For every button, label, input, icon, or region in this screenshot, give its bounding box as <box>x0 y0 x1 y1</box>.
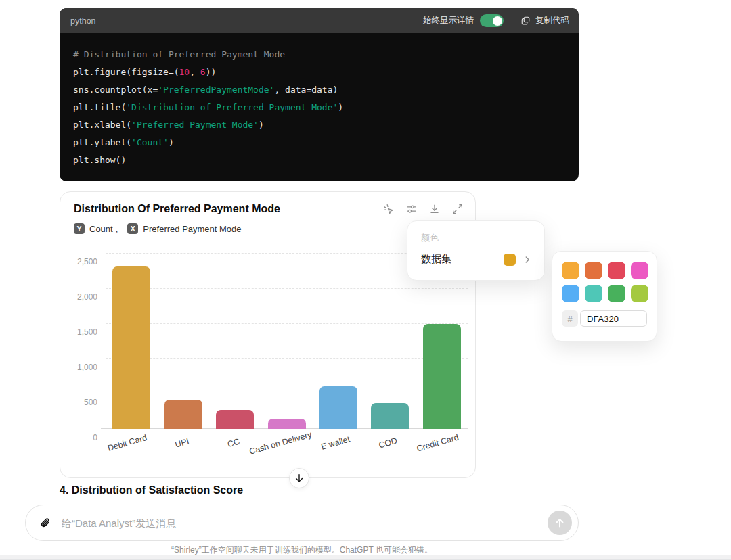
color-palette-popup: # <box>552 251 657 342</box>
color-swatch-48b15c[interactable] <box>608 285 625 302</box>
code-block-header: python 始终显示详情 复制代码 <box>60 8 579 33</box>
y-axis-label: Count <box>89 224 113 234</box>
bar-cod[interactable] <box>371 403 409 429</box>
x-tick-label: Debit Card <box>107 433 148 453</box>
code-block-card: python 始终显示详情 复制代码 # Dist <box>60 8 579 181</box>
gridline <box>106 358 468 359</box>
dataset-color-row[interactable]: 数据集 <box>421 253 532 266</box>
hash-symbol: # <box>562 310 578 327</box>
x-tick-label: Credit Card <box>416 432 460 453</box>
toggle-knob <box>493 16 502 26</box>
x-axis-badge: X <box>127 223 138 234</box>
code-line: plt.title('Distribution of Preferred Pay… <box>73 99 565 116</box>
legend-separator: , <box>116 224 118 234</box>
code-line: sns.countplot(x='PreferredPaymentMode', … <box>73 81 565 99</box>
color-settings-popup: 颜色 数据集 <box>407 220 545 281</box>
code-line: plt.xlabel('Preferred Payment Mode') <box>73 116 565 134</box>
y-tick-label: 1,000 <box>77 363 97 372</box>
dataset-label: 数据集 <box>421 253 504 266</box>
code-content: # Distribution of Preferred Payment Mode… <box>60 33 579 181</box>
x-tick-label: UPI <box>174 436 190 449</box>
x-axis-label: Preferred Payment Mode <box>143 224 241 234</box>
hex-color-input[interactable] <box>580 310 647 327</box>
x-tick-label: E wallet <box>320 434 351 452</box>
color-swatch-e2475a[interactable] <box>608 262 625 279</box>
x-tick-label: COD <box>378 436 399 450</box>
copy-code-label: 复制代码 <box>535 15 569 26</box>
message-composer <box>25 505 579 541</box>
message-input[interactable] <box>62 517 548 529</box>
header-divider <box>512 16 512 26</box>
arrow-up-icon <box>554 517 566 529</box>
expand-chart-icon[interactable] <box>449 200 466 217</box>
copy-icon <box>520 16 531 26</box>
color-popup-header: 颜色 <box>421 232 532 244</box>
y-tick-label: 500 <box>84 398 97 407</box>
next-section-heading: 4. Distribution of Satisfaction Score <box>60 484 243 496</box>
copy-code-button[interactable]: 复制代码 <box>520 15 569 26</box>
color-swatch-a4c93f[interactable] <box>631 285 648 302</box>
y-axis-ticks: 05001,0001,5002,0002,500 <box>60 253 97 429</box>
bar-cash-on-delivery[interactable] <box>268 419 306 429</box>
chart-title: Distribution Of Preferred Payment Mode <box>74 203 280 215</box>
bar-e-wallet[interactable] <box>319 386 357 429</box>
bar-upi[interactable] <box>164 400 202 429</box>
chart-settings-icon[interactable] <box>403 200 420 217</box>
x-tick-label: CC <box>227 437 241 449</box>
code-line: plt.ylabel('Count') <box>73 134 565 151</box>
chart-legend: Y Count , X Preferred Payment Mode <box>74 223 242 234</box>
dataset-color-swatch <box>504 254 516 266</box>
always-show-details-toggle[interactable] <box>480 14 504 27</box>
paperclip-icon <box>39 516 53 530</box>
x-tick-label: Cash on Delivery <box>248 429 312 457</box>
attach-file-button[interactable] <box>39 516 53 530</box>
bar-debit-card[interactable] <box>112 266 150 429</box>
code-line: # Distribution of Preferred Payment Mode <box>73 46 565 64</box>
bar-cc[interactable] <box>216 410 254 429</box>
y-tick-label: 2,500 <box>77 257 97 266</box>
y-tick-label: 2,000 <box>77 292 97 302</box>
code-language-label: python <box>70 16 96 26</box>
x-axis-labels: Debit CardUPICCCash on DeliveryE walletC… <box>106 433 468 471</box>
chart-toolbar <box>380 200 466 217</box>
color-swatch-55aef5[interactable] <box>562 285 579 302</box>
y-tick-label: 1,500 <box>77 327 97 337</box>
gridline <box>106 394 468 394</box>
color-swatch-4fc7b7[interactable] <box>585 285 602 302</box>
y-tick-label: 0 <box>93 433 97 442</box>
chevron-right-icon <box>523 255 532 264</box>
color-swatch-e2703c[interactable] <box>585 262 602 279</box>
hex-input-row: # <box>562 310 647 327</box>
disclaimer-text: “Shirley”工作空间聊天未用于训练我们的模型。ChatGPT 也可能会犯错… <box>25 544 579 556</box>
chat-page: python 始终显示详情 复制代码 # Dist <box>0 0 731 560</box>
arrow-down-icon <box>294 473 305 484</box>
scroll-down-button[interactable] <box>289 468 309 488</box>
code-line: plt.figure(figsize=(10, 6)) <box>73 64 565 81</box>
color-swatch-ec59c2[interactable] <box>631 262 648 279</box>
always-show-details-label: 始终显示详情 <box>423 15 474 26</box>
gridline <box>106 288 468 289</box>
download-chart-icon[interactable] <box>426 200 443 217</box>
y-axis-badge: Y <box>74 223 85 234</box>
interactive-chart-icon[interactable] <box>380 200 397 217</box>
color-swatch-grid <box>562 262 647 302</box>
send-message-button[interactable] <box>548 511 572 535</box>
gridline <box>106 323 468 324</box>
color-swatch-f4a937[interactable] <box>562 262 579 279</box>
bar-credit-card[interactable] <box>423 324 461 429</box>
code-line: plt.show() <box>73 151 565 169</box>
